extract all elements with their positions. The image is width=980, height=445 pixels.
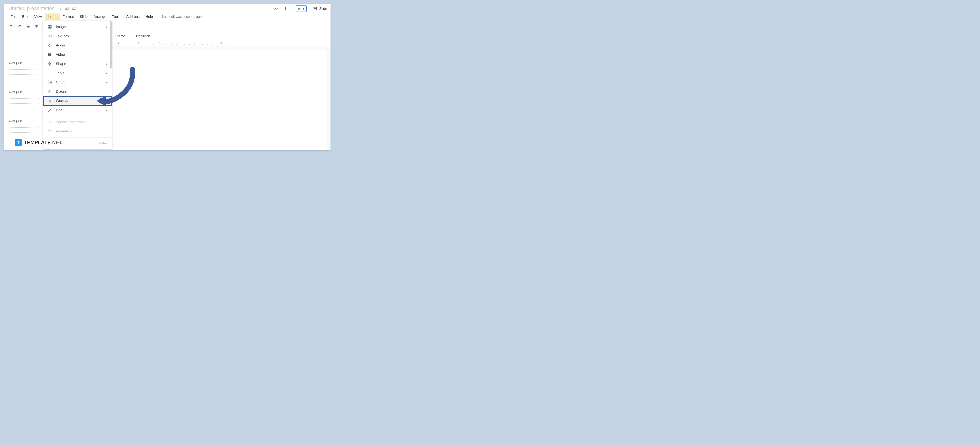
- line-icon: [48, 108, 52, 112]
- menu-item-video[interactable]: Video: [43, 50, 112, 59]
- menu-insert[interactable]: Insert: [45, 13, 60, 20]
- transition-button[interactable]: Transition: [132, 33, 153, 39]
- move-icon[interactable]: [65, 6, 69, 11]
- watermark-text: TEMPLATE.NET: [24, 140, 62, 145]
- star-icon[interactable]: ☆: [57, 6, 62, 11]
- menu-addons[interactable]: Add-ons: [124, 13, 143, 20]
- menu-item-chart[interactable]: Chart▶: [43, 78, 112, 87]
- svg-point-16: [49, 90, 50, 91]
- document-title[interactable]: Untitled presentation: [8, 5, 55, 11]
- svg-rect-9: [48, 53, 49, 54]
- cloud-icon[interactable]: [72, 6, 76, 11]
- menu-item-image[interactable]: Image▶: [43, 22, 112, 32]
- title-bar: Untitled presentation ☆ ▾ Slide: [4, 4, 331, 13]
- app-window: Untitled presentation ☆ ▾ Slide File Edi…: [4, 4, 331, 150]
- chevron-down-icon: ▾: [303, 7, 304, 11]
- video-icon: [48, 52, 52, 57]
- svg-point-17: [48, 92, 49, 93]
- menu-slide[interactable]: Slide: [77, 13, 91, 20]
- watermark-badge: T: [15, 139, 22, 146]
- menu-arrange[interactable]: Arrange: [91, 13, 109, 20]
- blank-icon: [48, 71, 52, 75]
- slide-panel[interactable]: Lorem ipsum Lorem ipsum Lorem ipsum: [4, 31, 43, 150]
- menu-item-special-characters: ΩSpecial characters: [43, 118, 112, 127]
- diagram-icon: [48, 89, 52, 94]
- last-edit-link[interactable]: Last edit was seconds ago: [162, 15, 202, 19]
- insert-menu-dropdown: Image▶Text boxAudioVideoShape▶Table▶Char…: [43, 21, 112, 149]
- menu-bar: File Edit View Insert Format Slide Arran…: [4, 13, 331, 21]
- theme-button[interactable]: Theme: [111, 33, 129, 39]
- menu-item-table[interactable]: Table▶: [43, 69, 112, 78]
- watermark: T TEMPLATE.NET: [15, 139, 62, 146]
- menu-item-word-art[interactable]: Word art: [43, 96, 112, 105]
- undo-icon[interactable]: [9, 24, 13, 28]
- submenu-arrow-icon: ▶: [106, 108, 108, 112]
- activity-icon[interactable]: [274, 6, 279, 11]
- share-button[interactable]: ▾: [296, 5, 307, 12]
- chart-icon: [48, 80, 52, 85]
- image-icon: [48, 25, 52, 29]
- svg-point-18: [49, 92, 50, 93]
- menu-item-line[interactable]: Line▶: [43, 105, 112, 115]
- comments-icon[interactable]: [285, 6, 290, 11]
- slide-thumbnail-1[interactable]: [6, 33, 41, 56]
- submenu-arrow-icon: ▶: [106, 62, 108, 65]
- menu-file[interactable]: File: [8, 13, 19, 20]
- textbox-icon: [48, 34, 52, 38]
- svg-point-19: [50, 92, 51, 93]
- menu-tools[interactable]: Tools: [109, 13, 124, 20]
- submenu-arrow-icon: ▶: [106, 72, 108, 75]
- omega-icon: Ω: [48, 120, 52, 124]
- svg-rect-1: [285, 7, 289, 10]
- menu-item-animation: Animation: [43, 127, 112, 136]
- menu-format[interactable]: Format: [60, 13, 77, 20]
- svg-rect-12: [50, 53, 51, 54]
- animation-icon: [48, 129, 52, 134]
- slide-thumbnail-2[interactable]: Lorem ipsum: [6, 60, 41, 85]
- menu-item-diagram[interactable]: Diagram: [43, 87, 112, 96]
- menu-item-shape[interactable]: Shape▶: [43, 59, 112, 69]
- audio-icon: [48, 43, 52, 48]
- menu-item-text-box[interactable]: Text box: [43, 32, 112, 41]
- print-icon[interactable]: [26, 24, 30, 28]
- shape-icon: [48, 62, 52, 66]
- submenu-arrow-icon: ▶: [106, 26, 108, 29]
- svg-rect-10: [49, 53, 49, 54]
- svg-rect-8: [48, 54, 51, 56]
- present-button[interactable]: Slide: [312, 6, 327, 11]
- menu-item-audio[interactable]: Audio: [43, 41, 112, 50]
- menu-edit[interactable]: Edit: [19, 13, 31, 20]
- submenu-arrow-icon: ▶: [106, 81, 108, 84]
- menu-view[interactable]: View: [31, 13, 45, 20]
- redo-icon[interactable]: [18, 24, 22, 28]
- svg-point-6: [49, 26, 49, 27]
- paint-format-icon[interactable]: [35, 24, 39, 28]
- slide-thumbnail-3[interactable]: Lorem ipsum: [6, 89, 41, 114]
- menu-help[interactable]: Help: [143, 13, 156, 20]
- svg-rect-11: [49, 53, 50, 54]
- wordart-icon: [48, 99, 52, 103]
- top-right-controls: ▾ Slide: [274, 5, 327, 12]
